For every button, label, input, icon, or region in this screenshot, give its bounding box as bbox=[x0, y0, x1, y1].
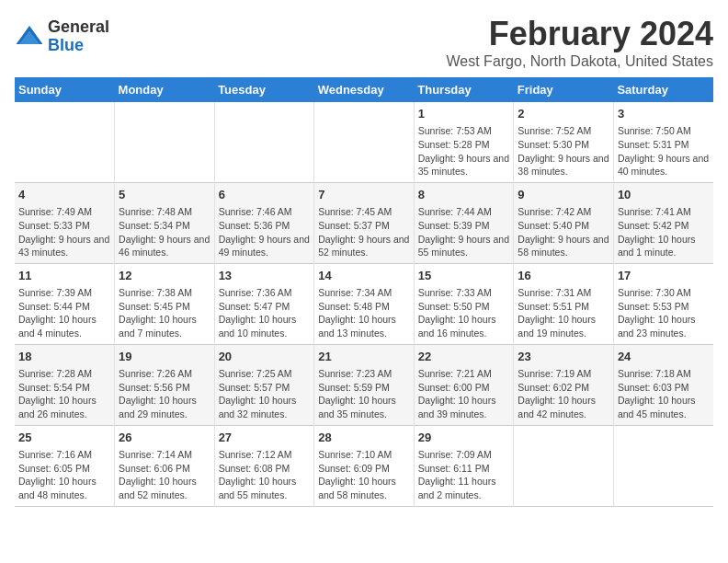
day-info: Sunrise: 7:23 AMSunset: 5:59 PMDaylight:… bbox=[318, 367, 410, 421]
day-info: Sunrise: 7:48 AMSunset: 5:34 PMDaylight:… bbox=[119, 205, 210, 259]
calendar-cell: 16Sunrise: 7:31 AMSunset: 5:51 PMDayligh… bbox=[514, 263, 614, 344]
calendar-table: SundayMondayTuesdayWednesdayThursdayFrid… bbox=[15, 77, 713, 507]
day-info: Sunrise: 7:10 AMSunset: 6:09 PMDaylight:… bbox=[318, 448, 410, 502]
calendar-cell: 20Sunrise: 7:25 AMSunset: 5:57 PMDayligh… bbox=[214, 344, 314, 425]
calendar-week-row: 11Sunrise: 7:39 AMSunset: 5:44 PMDayligh… bbox=[15, 263, 713, 344]
day-number: 2 bbox=[518, 106, 609, 122]
weekday-monday: Monday bbox=[115, 77, 215, 102]
day-number: 29 bbox=[418, 430, 510, 446]
calendar-cell: 12Sunrise: 7:38 AMSunset: 5:45 PMDayligh… bbox=[115, 263, 215, 344]
calendar-cell: 9Sunrise: 7:42 AMSunset: 5:40 PMDaylight… bbox=[514, 182, 614, 263]
day-number: 23 bbox=[518, 349, 609, 365]
day-number: 25 bbox=[18, 430, 110, 446]
calendar-week-row: 4Sunrise: 7:49 AMSunset: 5:33 PMDaylight… bbox=[15, 182, 713, 263]
weekday-header-row: SundayMondayTuesdayWednesdayThursdayFrid… bbox=[15, 77, 713, 102]
day-info: Sunrise: 7:30 AMSunset: 5:53 PMDaylight:… bbox=[618, 286, 710, 340]
weekday-wednesday: Wednesday bbox=[314, 77, 415, 102]
day-number: 9 bbox=[518, 187, 609, 203]
page-header: General Blue February 2024 West Fargo, N… bbox=[15, 15, 713, 70]
weekday-tuesday: Tuesday bbox=[214, 77, 314, 102]
day-info: Sunrise: 7:46 AMSunset: 5:36 PMDaylight:… bbox=[219, 205, 311, 259]
day-number: 10 bbox=[618, 187, 710, 203]
day-info: Sunrise: 7:16 AMSunset: 6:05 PMDaylight:… bbox=[18, 448, 110, 502]
day-info: Sunrise: 7:12 AMSunset: 6:08 PMDaylight:… bbox=[219, 448, 311, 502]
day-info: Sunrise: 7:14 AMSunset: 6:06 PMDaylight:… bbox=[119, 448, 210, 502]
calendar-body: 1Sunrise: 7:53 AMSunset: 5:28 PMDaylight… bbox=[15, 102, 713, 506]
logo-general-text: General bbox=[48, 18, 109, 37]
calendar-cell: 13Sunrise: 7:36 AMSunset: 5:47 PMDayligh… bbox=[214, 263, 314, 344]
day-info: Sunrise: 7:38 AMSunset: 5:45 PMDaylight:… bbox=[119, 286, 210, 340]
day-info: Sunrise: 7:09 AMSunset: 6:11 PMDaylight:… bbox=[418, 448, 510, 502]
day-info: Sunrise: 7:25 AMSunset: 5:57 PMDaylight:… bbox=[219, 367, 311, 421]
calendar-cell: 15Sunrise: 7:33 AMSunset: 5:50 PMDayligh… bbox=[414, 263, 514, 344]
day-info: Sunrise: 7:18 AMSunset: 6:03 PMDaylight:… bbox=[618, 367, 710, 421]
calendar-cell: 17Sunrise: 7:30 AMSunset: 5:53 PMDayligh… bbox=[613, 263, 713, 344]
day-number: 22 bbox=[418, 349, 510, 365]
day-number: 15 bbox=[418, 268, 510, 284]
calendar-cell: 11Sunrise: 7:39 AMSunset: 5:44 PMDayligh… bbox=[15, 263, 115, 344]
calendar-cell bbox=[314, 102, 415, 182]
day-info: Sunrise: 7:39 AMSunset: 5:44 PMDaylight:… bbox=[18, 286, 110, 340]
calendar-cell: 18Sunrise: 7:28 AMSunset: 5:54 PMDayligh… bbox=[15, 344, 115, 425]
day-number: 1 bbox=[418, 106, 510, 122]
calendar-cell: 23Sunrise: 7:19 AMSunset: 6:02 PMDayligh… bbox=[514, 344, 614, 425]
day-info: Sunrise: 7:41 AMSunset: 5:42 PMDaylight:… bbox=[618, 205, 710, 259]
day-number: 13 bbox=[219, 268, 311, 284]
calendar-cell: 28Sunrise: 7:10 AMSunset: 6:09 PMDayligh… bbox=[314, 425, 415, 506]
calendar-cell: 22Sunrise: 7:21 AMSunset: 6:00 PMDayligh… bbox=[414, 344, 514, 425]
calendar-cell bbox=[115, 102, 215, 182]
calendar-cell bbox=[514, 425, 614, 506]
calendar-cell: 14Sunrise: 7:34 AMSunset: 5:48 PMDayligh… bbox=[314, 263, 415, 344]
day-info: Sunrise: 7:44 AMSunset: 5:39 PMDaylight:… bbox=[418, 205, 510, 259]
title-block: February 2024 West Fargo, North Dakota, … bbox=[447, 15, 714, 70]
day-number: 24 bbox=[618, 349, 710, 365]
day-info: Sunrise: 7:42 AMSunset: 5:40 PMDaylight:… bbox=[518, 205, 609, 259]
day-number: 17 bbox=[618, 268, 710, 284]
day-number: 26 bbox=[119, 430, 210, 446]
day-number: 20 bbox=[219, 349, 311, 365]
day-number: 11 bbox=[18, 268, 110, 284]
weekday-sunday: Sunday bbox=[15, 77, 115, 102]
calendar-cell bbox=[613, 425, 713, 506]
calendar-cell: 19Sunrise: 7:26 AMSunset: 5:56 PMDayligh… bbox=[115, 344, 215, 425]
day-info: Sunrise: 7:34 AMSunset: 5:48 PMDaylight:… bbox=[318, 286, 410, 340]
day-info: Sunrise: 7:31 AMSunset: 5:51 PMDaylight:… bbox=[518, 286, 609, 340]
day-info: Sunrise: 7:49 AMSunset: 5:33 PMDaylight:… bbox=[18, 205, 110, 259]
calendar-week-row: 18Sunrise: 7:28 AMSunset: 5:54 PMDayligh… bbox=[15, 344, 713, 425]
day-number: 4 bbox=[18, 187, 110, 203]
day-number: 14 bbox=[318, 268, 410, 284]
day-number: 7 bbox=[318, 187, 410, 203]
logo: General Blue bbox=[15, 18, 109, 55]
calendar-cell: 7Sunrise: 7:45 AMSunset: 5:37 PMDaylight… bbox=[314, 182, 415, 263]
day-number: 18 bbox=[18, 349, 110, 365]
calendar-cell: 27Sunrise: 7:12 AMSunset: 6:08 PMDayligh… bbox=[214, 425, 314, 506]
calendar-cell: 21Sunrise: 7:23 AMSunset: 5:59 PMDayligh… bbox=[314, 344, 415, 425]
calendar-cell bbox=[15, 102, 115, 182]
day-number: 27 bbox=[219, 430, 311, 446]
day-info: Sunrise: 7:28 AMSunset: 5:54 PMDaylight:… bbox=[18, 367, 110, 421]
day-number: 28 bbox=[318, 430, 410, 446]
logo-text: General Blue bbox=[48, 18, 109, 55]
calendar-cell: 4Sunrise: 7:49 AMSunset: 5:33 PMDaylight… bbox=[15, 182, 115, 263]
weekday-friday: Friday bbox=[514, 77, 614, 102]
calendar-cell bbox=[214, 102, 314, 182]
day-number: 19 bbox=[119, 349, 210, 365]
calendar-cell: 10Sunrise: 7:41 AMSunset: 5:42 PMDayligh… bbox=[613, 182, 713, 263]
calendar-cell: 2Sunrise: 7:52 AMSunset: 5:30 PMDaylight… bbox=[514, 102, 614, 182]
calendar-week-row: 1Sunrise: 7:53 AMSunset: 5:28 PMDaylight… bbox=[15, 102, 713, 182]
calendar-cell: 3Sunrise: 7:50 AMSunset: 5:31 PMDaylight… bbox=[613, 102, 713, 182]
day-number: 12 bbox=[119, 268, 210, 284]
day-info: Sunrise: 7:45 AMSunset: 5:37 PMDaylight:… bbox=[318, 205, 410, 259]
day-number: 5 bbox=[119, 187, 210, 203]
day-number: 6 bbox=[219, 187, 311, 203]
day-info: Sunrise: 7:33 AMSunset: 5:50 PMDaylight:… bbox=[418, 286, 510, 340]
day-info: Sunrise: 7:21 AMSunset: 6:00 PMDaylight:… bbox=[418, 367, 510, 421]
weekday-thursday: Thursday bbox=[414, 77, 514, 102]
day-info: Sunrise: 7:19 AMSunset: 6:02 PMDaylight:… bbox=[518, 367, 609, 421]
weekday-saturday: Saturday bbox=[613, 77, 713, 102]
calendar-cell: 1Sunrise: 7:53 AMSunset: 5:28 PMDaylight… bbox=[414, 102, 514, 182]
calendar-cell: 5Sunrise: 7:48 AMSunset: 5:34 PMDaylight… bbox=[115, 182, 215, 263]
calendar-title: February 2024 bbox=[447, 15, 714, 53]
calendar-cell: 26Sunrise: 7:14 AMSunset: 6:06 PMDayligh… bbox=[115, 425, 215, 506]
calendar-subtitle: West Fargo, North Dakota, United States bbox=[447, 53, 714, 70]
